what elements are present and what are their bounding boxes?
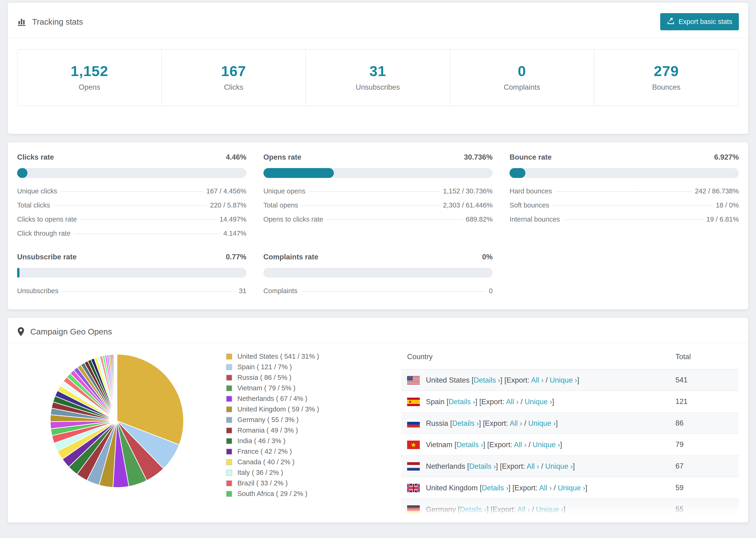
export-all-link-russia[interactable]: All › (510, 419, 522, 427)
rate-rows: Unique opens1,152 / 30.736%Total opens2,… (263, 187, 493, 223)
rate-row-label: Hard bounces (510, 187, 552, 195)
stat-value: 167 (164, 63, 303, 79)
legend-swatch (226, 353, 232, 360)
progress-fill (510, 168, 525, 178)
pie-chart-wrap (17, 343, 217, 493)
export-all-link-spain[interactable]: All › (506, 398, 518, 406)
rate-row-unique-opens: Unique opens1,152 / 30.736% (263, 187, 493, 195)
geo-title: Campaign Geo Opens (30, 327, 112, 336)
rate-head: Unsubscribe rate0.77% (17, 253, 246, 261)
stat-value: 31 (308, 63, 447, 79)
stat-label: Clicks (164, 83, 303, 91)
export-unique-link-germany[interactable]: Unique › (536, 506, 564, 513)
country-flag-icon-vn (407, 441, 420, 449)
dotted-leader (61, 191, 203, 192)
progress-track (263, 268, 493, 278)
rate-row-hard-bounces: Hard bounces242 / 86.738% (510, 187, 739, 195)
rate-rows: Hard bounces242 / 86.738%Soft bounces18 … (510, 187, 739, 223)
legend-item-india: India ( 46 / 3% ) (226, 437, 401, 445)
details-link-spain[interactable]: Details › (449, 398, 475, 406)
legend-label: India ( 46 / 3% ) (237, 437, 286, 445)
table-row-vietnam: Vietnam [Details ›] [Export: All › / Uni… (401, 434, 739, 456)
legend-item-romania: Romania ( 49 / 3% ) (226, 426, 401, 434)
table-row-united-states: United States [Details ›] [Export: All ›… (401, 369, 739, 391)
rate-title: Bounce rate (510, 153, 552, 161)
rate-block-complaints-rate: Complaints rate0%Complaints0 (263, 253, 493, 295)
geo-table-wrap: Country Total United States [Details ›] … (401, 343, 739, 520)
legend-swatch (226, 438, 232, 444)
export-all-link-united-states[interactable]: All › (531, 376, 544, 384)
legend-item-germany: Germany ( 55 / 3% ) (226, 416, 401, 424)
country-cell: Netherlands [Details ›] [Export: All › /… (401, 456, 669, 477)
export-all-link-vietnam[interactable]: All › (514, 441, 526, 449)
card-tracking-stats: Tracking stats Export basic stats 1,152O… (8, 3, 748, 134)
country-flag-icon-de (407, 506, 420, 514)
legend-swatch (226, 406, 232, 412)
legend-label: South Africa ( 29 / 2% ) (237, 490, 307, 498)
legend-item-south-africa: South Africa ( 29 / 2% ) (226, 490, 401, 498)
export-unique-link-united-states[interactable]: Unique › (550, 376, 577, 384)
legend-label: Vietnam ( 79 / 5% ) (237, 384, 296, 392)
export-all-link-germany[interactable]: All › (517, 506, 530, 513)
stat-value: 0 (453, 63, 591, 79)
legend-item-netherlands: Netherlands ( 67 / 4% ) (226, 395, 401, 403)
details-link-russia[interactable]: Details › (452, 419, 479, 427)
country-cell: United States [Details ›] [Export: All ›… (401, 369, 669, 391)
rates-grid: Clicks rate4.46%Unique clicks167 / 4.456… (17, 153, 739, 295)
country-name: Germany [Details ›] [Export: All › / Uni… (426, 506, 566, 513)
export-unique-link-vietnam[interactable]: Unique › (532, 441, 560, 449)
rate-row-label: Total opens (263, 201, 298, 209)
rate-row-value: 0 (489, 287, 493, 295)
details-link-netherlands[interactable]: Details › (469, 462, 496, 470)
export-all-link-netherlands[interactable]: All › (527, 462, 539, 470)
bar-chart-icon (17, 17, 27, 27)
export-unique-link-netherlands[interactable]: Unique › (545, 462, 573, 470)
country-cell: Vietnam [Details ›] [Export: All › / Uni… (401, 434, 669, 456)
legend-label: Germany ( 55 / 3% ) (237, 416, 298, 424)
dotted-leader (326, 219, 462, 220)
card-rates: Clicks rate4.46%Unique clicks167 / 4.456… (8, 142, 748, 309)
rate-row-label: Unique opens (263, 187, 305, 195)
rate-row-value: 220 / 5.87% (210, 201, 246, 209)
country-name: Russia [Details ›] [Export: All › / Uniq… (426, 419, 558, 427)
country-flag-icon-ru (407, 419, 420, 427)
rate-row-total-clicks: Total clicks220 / 5.87% (17, 201, 246, 209)
details-link-vietnam[interactable]: Details › (457, 441, 483, 449)
details-link-united-kingdom[interactable]: Details › (482, 484, 509, 492)
rate-row-value: 31 (239, 287, 246, 295)
rate-row-clicks-to-opens-rate: Clicks to opens rate14.497% (17, 215, 246, 223)
rate-title: Clicks rate (17, 153, 54, 161)
summary-stat-complaints: 0Complaints (450, 50, 594, 106)
rate-block-bounce-rate: Bounce rate6.927%Hard bounces242 / 86.73… (510, 153, 739, 237)
rate-title: Unsubscribe rate (17, 253, 77, 261)
rate-row-unsubscribes: Unsubscribes31 (17, 287, 246, 295)
rate-row-internal-bounces: Internal bounces19 / 6.81% (510, 215, 739, 223)
rate-head: Opens rate30.736% (263, 153, 493, 161)
details-link-germany[interactable]: Details › (460, 506, 487, 513)
legend-item-united-kingdom: United Kingdom ( 59 / 3% ) (226, 405, 401, 413)
export-unique-link-russia[interactable]: Unique › (528, 419, 556, 427)
details-link-united-states[interactable]: Details › (473, 376, 500, 384)
export-button-label: Export basic stats (678, 18, 732, 26)
rate-row-value: 19 / 6.81% (706, 215, 739, 223)
dotted-leader (301, 291, 486, 292)
dotted-leader (74, 234, 220, 234)
rate-row-value: 689.82% (466, 215, 493, 223)
geo-legend: United States ( 541 / 31% )Spain ( 121 /… (217, 343, 401, 501)
export-unique-link-united-kingdom[interactable]: Unique › (558, 484, 585, 492)
country-flag-icon-es (407, 398, 420, 406)
legend-label: United Kingdom ( 59 / 3% ) (237, 405, 319, 413)
rate-row-label: Clicks to opens rate (17, 215, 77, 223)
export-all-link-united-kingdom[interactable]: All › (539, 484, 552, 492)
rate-percent: 0.77% (226, 253, 246, 261)
country-name: United States [Details ›] [Export: All ›… (426, 376, 579, 384)
rate-row-value: 4.147% (223, 230, 246, 237)
progress-fill (17, 168, 27, 178)
table-row-spain: Spain [Details ›] [Export: All › / Uniqu… (401, 391, 739, 412)
table-row-germany: Germany [Details ›] [Export: All › / Uni… (401, 499, 739, 520)
legend-label: Italy ( 36 / 2% ) (237, 469, 283, 476)
rate-row-value: 14.497% (220, 215, 246, 223)
country-name: Vietnam [Details ›] [Export: All › / Uni… (426, 441, 562, 449)
export-basic-stats-button[interactable]: Export basic stats (660, 13, 739, 30)
export-unique-link-spain[interactable]: Unique › (524, 398, 552, 406)
